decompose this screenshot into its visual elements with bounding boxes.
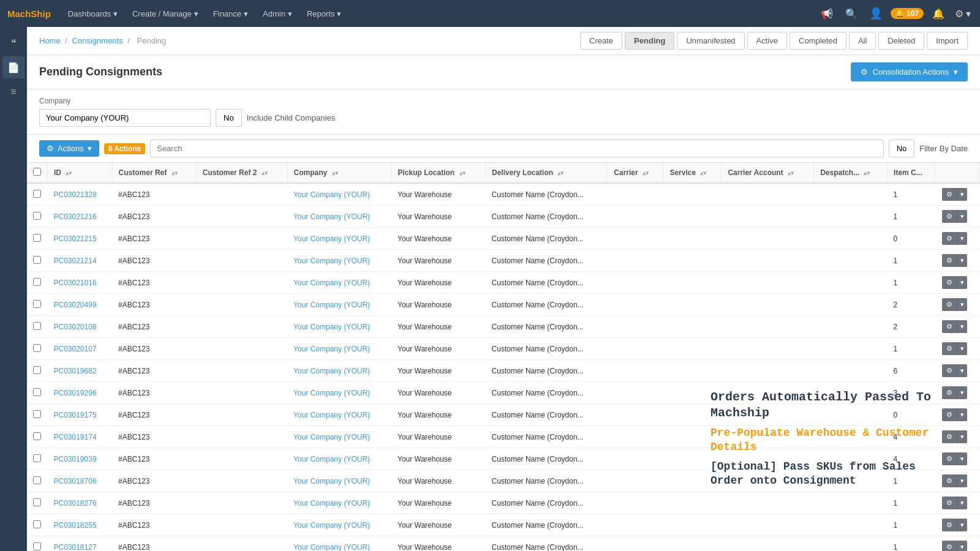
company-link[interactable]: Your Company (YOUR)	[293, 521, 370, 530]
consignment-id-link[interactable]: PC03021215	[54, 234, 97, 243]
consignment-id-link[interactable]: PC03019682	[54, 367, 97, 375]
row-gear-dropdown[interactable]: ▾	[957, 342, 967, 355]
nav-admin[interactable]: Admin ▾	[255, 0, 300, 27]
row-gear-dropdown[interactable]: ▾	[957, 298, 967, 311]
tab-completed[interactable]: Completed	[790, 32, 846, 50]
col-customer-ref2[interactable]: Customer Ref 2 ▴▾	[196, 163, 287, 183]
company-link[interactable]: Your Company (YOUR)	[293, 455, 370, 463]
row-checkbox-cell[interactable]	[27, 294, 48, 316]
actions-button[interactable]: ⚙ Actions ▾	[39, 140, 99, 157]
col-company[interactable]: Company ▴▾	[287, 163, 391, 183]
row-checkbox-cell[interactable]	[27, 536, 48, 552]
row-checkbox[interactable]	[33, 520, 41, 528]
col-select-all[interactable]	[27, 163, 48, 183]
consignment-id-link[interactable]: PC03021216	[54, 212, 97, 221]
row-checkbox-cell[interactable]	[27, 316, 48, 338]
consolidation-actions-button[interactable]: ⚙ Consolidation Actions ▾	[851, 62, 968, 81]
row-gear-button[interactable]: ⚙	[942, 474, 957, 487]
row-gear-button[interactable]: ⚙	[942, 298, 957, 311]
search-input[interactable]	[150, 140, 883, 157]
company-link[interactable]: Your Company (YOUR)	[293, 234, 370, 243]
row-gear-dropdown[interactable]: ▾	[957, 232, 967, 245]
row-checkbox[interactable]	[33, 388, 41, 396]
row-checkbox[interactable]	[33, 300, 41, 308]
row-gear-dropdown[interactable]: ▾	[957, 452, 967, 465]
row-gear-button[interactable]: ⚙	[942, 519, 957, 531]
consignment-id-link[interactable]: PC03021328	[54, 190, 97, 199]
row-gear-dropdown[interactable]: ▾	[957, 188, 967, 201]
sidebar-docs-icon[interactable]: 📄	[2, 56, 24, 78]
row-checkbox[interactable]	[33, 498, 41, 506]
tab-create[interactable]: Create	[580, 32, 622, 50]
col-carrier-account[interactable]: Carrier Account ▴▾	[722, 163, 814, 183]
row-checkbox-cell[interactable]	[27, 404, 48, 426]
row-checkbox[interactable]	[33, 322, 41, 330]
row-checkbox-cell[interactable]	[27, 448, 48, 470]
row-gear-button[interactable]: ⚙	[942, 320, 957, 333]
consignment-id-link[interactable]: PC03019296	[54, 389, 97, 397]
col-carrier[interactable]: Carrier ▴▾	[608, 163, 663, 183]
row-checkbox[interactable]	[33, 476, 41, 484]
col-id[interactable]: ID ▴▾	[48, 163, 113, 183]
row-gear-dropdown[interactable]: ▾	[957, 320, 967, 333]
row-gear-dropdown[interactable]: ▾	[957, 254, 967, 267]
tab-all[interactable]: All	[849, 32, 876, 50]
consignment-id-link[interactable]: PC03018276	[54, 499, 97, 508]
col-service[interactable]: Service ▴▾	[663, 163, 722, 183]
row-gear-dropdown[interactable]: ▾	[957, 210, 967, 223]
child-companies-toggle[interactable]: No	[216, 109, 242, 127]
row-gear-button[interactable]: ⚙	[942, 254, 957, 267]
consignment-id-link[interactable]: PC03018706	[54, 477, 97, 485]
row-gear-button[interactable]: ⚙	[942, 210, 957, 223]
row-checkbox[interactable]	[33, 278, 41, 286]
row-checkbox[interactable]	[33, 410, 41, 418]
breadcrumb-home[interactable]: Home	[39, 36, 61, 45]
row-checkbox[interactable]	[33, 542, 41, 550]
company-link[interactable]: Your Company (YOUR)	[293, 477, 370, 485]
row-gear-button[interactable]: ⚙	[942, 188, 957, 201]
row-gear-dropdown[interactable]: ▾	[957, 386, 967, 399]
company-link[interactable]: Your Company (YOUR)	[293, 433, 370, 441]
notifications-badge[interactable]: 🔔 107	[891, 8, 924, 19]
company-link[interactable]: Your Company (YOUR)	[293, 190, 370, 199]
company-link[interactable]: Your Company (YOUR)	[293, 212, 370, 221]
company-link[interactable]: Your Company (YOUR)	[293, 301, 370, 309]
row-checkbox-cell[interactable]	[27, 338, 48, 360]
row-checkbox[interactable]	[33, 256, 41, 264]
sidebar-list-icon[interactable]: ≡	[2, 81, 24, 103]
consignment-id-link[interactable]: PC03020107	[54, 345, 97, 353]
row-gear-dropdown[interactable]: ▾	[957, 474, 967, 487]
select-all-checkbox[interactable]	[33, 168, 41, 176]
row-checkbox[interactable]	[33, 432, 41, 440]
col-customer-ref[interactable]: Customer Ref ▴▾	[112, 163, 196, 183]
row-gear-button[interactable]: ⚙	[942, 541, 957, 551]
row-gear-dropdown[interactable]: ▾	[957, 430, 967, 443]
row-gear-button[interactable]: ⚙	[942, 452, 957, 465]
nav-reports[interactable]: Reports ▾	[300, 0, 349, 27]
nav-create-manage[interactable]: Create / Manage ▾	[125, 0, 206, 27]
megaphone-icon[interactable]: 📢	[817, 4, 837, 23]
nav-finance[interactable]: Finance ▾	[206, 0, 255, 27]
filter-date-toggle[interactable]: No	[889, 140, 915, 157]
row-gear-button[interactable]: ⚙	[942, 408, 957, 421]
row-checkbox[interactable]	[33, 454, 41, 462]
row-gear-button[interactable]: ⚙	[942, 276, 957, 289]
consignment-id-link[interactable]: PC03021214	[54, 257, 97, 265]
row-checkbox-cell[interactable]	[27, 228, 48, 250]
company-link[interactable]: Your Company (YOUR)	[293, 345, 370, 353]
breadcrumb-consignments[interactable]: Consignments	[72, 36, 123, 45]
row-gear-button[interactable]: ⚙	[942, 342, 957, 355]
search-icon[interactable]: 🔍	[842, 4, 861, 23]
company-input[interactable]	[39, 109, 211, 127]
row-gear-dropdown[interactable]: ▾	[957, 276, 967, 289]
col-item-count[interactable]: Item C...	[888, 163, 936, 183]
consignment-id-link[interactable]: PC03021016	[54, 279, 97, 287]
row-gear-button[interactable]: ⚙	[942, 430, 957, 443]
company-link[interactable]: Your Company (YOUR)	[293, 323, 370, 331]
settings-icon[interactable]: ⚙ ▾	[953, 4, 973, 23]
row-checkbox-cell[interactable]	[27, 206, 48, 228]
row-checkbox[interactable]	[33, 366, 41, 374]
row-gear-button[interactable]: ⚙	[942, 386, 957, 399]
tab-import[interactable]: Import	[927, 32, 968, 50]
consignment-id-link[interactable]: PC03018255	[54, 521, 97, 530]
